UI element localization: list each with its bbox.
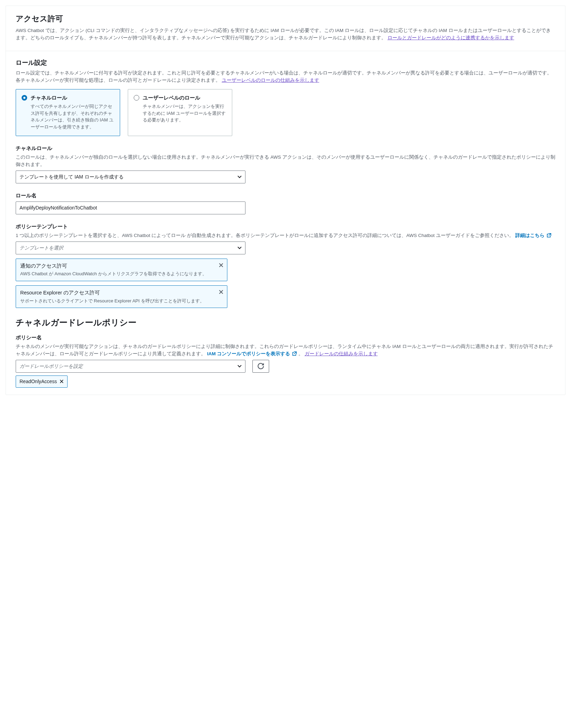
radio-channel-role-desc: すべてのチャネルメンバーが同じアクセス許可を共有しますが、それぞれのチャネルメン… — [31, 103, 114, 130]
external-link-icon — [547, 233, 552, 238]
policy-template-token-resource-explorer: Resource Explorer のアクセス許可 サポートされているクライアン… — [16, 285, 227, 308]
policy-template-select[interactable]: テンプレートを選択 — [16, 242, 245, 254]
channel-role-select-value: テンプレートを使用して IAM ロールを作成する — [19, 173, 124, 181]
channel-role-select[interactable]: テンプレートを使用して IAM ロールを作成する — [16, 171, 245, 183]
permissions-panel: アクセス許可 AWS Chatbot では、アクション (CLI コマンドの実行… — [6, 6, 565, 395]
chip-label: ReadOnlyAccess — [19, 378, 57, 385]
policy-templates-learn-more-link[interactable]: 詳細はこちら — [515, 233, 552, 238]
channel-role-title: チャネルロール — [16, 144, 555, 152]
permissions-header-section: アクセス許可 AWS Chatbot では、アクション (CLI コマンドの実行… — [6, 6, 565, 51]
role-name-input[interactable]: AmplifyDeployNotificationToChatbot — [16, 201, 245, 214]
role-settings-desc: ロール設定では、チャネルメンバーに付与する許可が決定されます。これと同じ許可を必… — [16, 70, 555, 84]
radio-icon — [134, 95, 139, 101]
guardrail-heading: チャネルガードレールポリシー — [16, 316, 555, 329]
remove-chip-button[interactable] — [60, 379, 64, 383]
refresh-button[interactable] — [252, 360, 269, 373]
token-desc: AWS Chatbot が Amazon CloudWatch からメトリクスグ… — [20, 270, 213, 277]
role-type-radio-group: チャネルロール すべてのチャネルメンバーが同じアクセス許可を共有しますが、それぞ… — [16, 89, 555, 136]
iam-console-link[interactable]: IAM コンソールでポリシーを表示する — [207, 351, 298, 356]
guardrail-placeholder: ガードレールポリシーを設定 — [19, 363, 83, 370]
role-name-block: ロール名 AmplifyDeployNotificationToChatbot — [16, 192, 555, 215]
role-name-title: ロール名 — [16, 192, 555, 200]
close-icon — [219, 263, 224, 268]
guardrail-policy-name-title: ポリシー名 — [16, 334, 555, 342]
permissions-help-link[interactable]: ロールとガードレールがどのように連携するかを示します — [388, 35, 514, 40]
guardrail-mechanism-link[interactable]: ガードレールの仕組みを示します — [305, 351, 378, 356]
remove-token-button[interactable] — [219, 289, 224, 296]
role-settings-section: ロール設定 ロール設定では、チャネルメンバーに付与する許可が決定されます。これと… — [6, 51, 565, 395]
channel-role-desc: このロールは、チャネルメンバーが独自のロールを選択しない場合に使用されます。チャ… — [16, 154, 555, 168]
permissions-title: アクセス許可 — [16, 13, 555, 24]
channel-role-block: チャネルロール このロールは、チャネルメンバーが独自のロールを選択しない場合に使… — [16, 144, 555, 183]
radio-icon — [22, 95, 27, 101]
role-name-value: AmplifyDeployNotificationToChatbot — [19, 204, 97, 212]
policy-template-placeholder: テンプレートを選択 — [19, 244, 63, 252]
policy-templates-desc: 1 つ以上のポリシーテンプレートを選択すると、AWS Chatbot によってロ… — [16, 232, 555, 239]
refresh-icon — [258, 363, 264, 369]
permissions-description: AWS Chatbot では、アクション (CLI コマンドの実行と、インタラク… — [16, 27, 555, 42]
chevron-down-icon — [237, 173, 242, 181]
close-icon — [219, 290, 224, 294]
guardrail-select-row: ガードレールポリシーを設定 — [16, 360, 555, 373]
guardrail-block: チャネルガードレールポリシー ポリシー名 チャネルのメンバーが実行可能なアクショ… — [16, 316, 555, 387]
radio-user-level-role[interactable]: ユーザーレベルのロール チャネルメンバーは、アクションを実行するために IAM … — [128, 89, 232, 136]
remove-token-button[interactable] — [219, 262, 224, 270]
guardrail-chip-row: ReadOnlyAccess — [16, 375, 555, 388]
chevron-down-icon — [237, 244, 242, 252]
token-title: Resource Explorer のアクセス許可 — [20, 289, 213, 297]
policy-templates-block: ポリシーテンプレート 1 つ以上のポリシーテンプレートを選択すると、AWS Ch… — [16, 223, 555, 308]
radio-user-level-role-desc: チャネルメンバーは、アクションを実行するために IAM ユーザーロールを選択する… — [143, 103, 226, 124]
token-desc: サポートされているクライアントで Resource Explorer API を… — [20, 298, 213, 304]
chevron-down-icon — [237, 363, 242, 370]
token-title: 通知のアクセス許可 — [20, 262, 213, 270]
radio-channel-role-label: チャネルロール — [31, 94, 114, 102]
radio-channel-role[interactable]: チャネルロール すべてのチャネルメンバーが同じアクセス許可を共有しますが、それぞ… — [16, 89, 120, 136]
guardrail-policy-select[interactable]: ガードレールポリシーを設定 — [16, 360, 245, 373]
policy-template-token-notification: 通知のアクセス許可 AWS Chatbot が Amazon CloudWatc… — [16, 259, 227, 281]
role-settings-title: ロール設定 — [16, 58, 555, 68]
close-icon — [60, 379, 64, 383]
guardrail-chip-readonlyaccess: ReadOnlyAccess — [16, 375, 68, 388]
policy-templates-title: ポリシーテンプレート — [16, 223, 555, 231]
radio-user-level-role-label: ユーザーレベルのロール — [143, 94, 226, 102]
external-link-icon — [292, 351, 297, 356]
guardrail-desc: チャネルのメンバーが実行可能なアクションは、チャネルのガードレールポリシーにより… — [16, 343, 555, 358]
user-level-role-help-link[interactable]: ユーザーレベルのロールの仕組みを示します — [222, 78, 319, 83]
